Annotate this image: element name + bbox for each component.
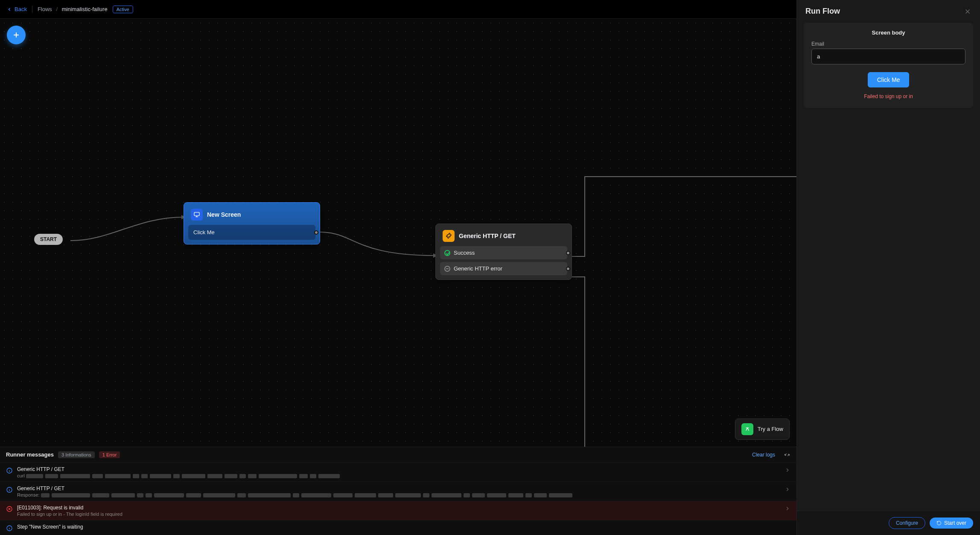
panel-title: Run Flow: [805, 7, 840, 16]
screen-icon: [191, 209, 203, 221]
logs-header: Runner messages 3 Informations 1 Error C…: [0, 447, 796, 462]
minus-circle-icon: [444, 266, 450, 272]
email-field[interactable]: [811, 49, 965, 64]
chevron-right-icon[interactable]: [785, 467, 790, 473]
node-action-click-me[interactable]: Click Me: [188, 225, 315, 240]
collapse-icon[interactable]: [784, 451, 790, 458]
output-port[interactable]: [314, 230, 318, 235]
log-title: [E011003]: Request is invalid: [17, 505, 780, 511]
chevron-right-icon[interactable]: [785, 486, 790, 492]
add-node-button[interactable]: [7, 26, 26, 44]
output-port[interactable]: [566, 267, 570, 271]
checkmark-icon: [444, 250, 450, 256]
breadcrumb: Flows / minimalistic-failure: [38, 6, 108, 12]
start-over-button[interactable]: Start over: [930, 518, 973, 529]
log-row[interactable]: Generic HTTP / GET curl: [0, 462, 796, 482]
plus-icon: [12, 31, 20, 39]
crumb-current: minimalistic-failure: [62, 6, 108, 12]
node-action-label: Click Me: [193, 229, 215, 236]
divider: [32, 6, 32, 13]
failure-message: Failed to sign up or in: [811, 93, 965, 99]
node-title: Generic HTTP / GET: [459, 233, 516, 239]
clear-logs-button[interactable]: Clear logs: [752, 452, 775, 458]
status-badge: Active: [113, 6, 133, 13]
node-title: New Screen: [207, 211, 241, 218]
crumb-root[interactable]: Flows: [38, 6, 52, 12]
arrow-left-icon: [7, 7, 12, 12]
output-port[interactable]: [566, 251, 570, 255]
panel-footer: Configure Start over: [797, 511, 980, 535]
screen-body-title: Screen body: [811, 29, 965, 36]
logs-title: Runner messages: [6, 451, 54, 458]
configure-button[interactable]: Configure: [889, 517, 925, 529]
node-header: Generic HTTP / GET: [440, 228, 567, 246]
log-row[interactable]: Step "New Screen" is waiting: [0, 520, 796, 535]
start-over-label: Start over: [944, 520, 966, 526]
log-detail: curl: [17, 473, 780, 478]
try-flow-label: Try a Flow: [758, 426, 783, 432]
crumb-separator: /: [56, 6, 58, 12]
flow-icon: [741, 423, 753, 435]
topbar: Back Flows / minimalistic-failure Active: [0, 0, 796, 19]
info-count-badge: 3 Informations: [58, 451, 95, 458]
back-button[interactable]: Back: [7, 6, 27, 12]
runner-messages-panel: Runner messages 3 Informations 1 Error C…: [0, 447, 796, 535]
branch-label: Generic HTTP error: [454, 265, 502, 272]
node-new-screen[interactable]: New Screen Click Me: [184, 202, 320, 244]
flow-canvas[interactable]: START New Screen Click Me: [0, 19, 796, 447]
log-title: Generic HTTP / GET: [17, 486, 780, 491]
branch-label: Success: [454, 250, 475, 256]
node-header: New Screen: [188, 207, 315, 225]
panel-body: Screen body Email Click Me Failed to sig…: [797, 23, 980, 511]
error-icon: [6, 506, 13, 512]
log-row-error[interactable]: [E011003]: Request is invalid Failed to …: [0, 501, 796, 520]
log-title: Step "New Screen" is waiting: [17, 524, 790, 530]
node-branch-error[interactable]: Generic HTTP error: [440, 262, 567, 275]
log-title: Generic HTTP / GET: [17, 466, 780, 472]
screen-preview-card: Screen body Email Click Me Failed to sig…: [804, 23, 973, 108]
info-icon: [6, 467, 13, 474]
log-detail: Response:: [17, 492, 780, 497]
try-flow-button[interactable]: Try a Flow: [735, 419, 790, 440]
back-label: Back: [15, 6, 27, 12]
run-flow-panel: Run Flow Screen body Email Click Me Fail…: [796, 0, 980, 535]
error-count-badge: 1 Error: [99, 451, 120, 458]
close-icon[interactable]: [964, 8, 971, 15]
extension-icon: [443, 230, 455, 242]
panel-header: Run Flow: [797, 0, 980, 23]
info-icon: [6, 486, 13, 493]
chevron-right-icon[interactable]: [785, 506, 790, 512]
info-icon: [6, 525, 13, 532]
email-label: Email: [811, 41, 965, 47]
click-me-button[interactable]: Click Me: [868, 72, 910, 87]
connection-wires: [0, 19, 796, 447]
node-branch-success[interactable]: Success: [440, 246, 567, 259]
restart-icon: [936, 520, 942, 526]
node-generic-http[interactable]: Generic HTTP / GET Success Generic HTTP …: [435, 224, 572, 280]
start-node[interactable]: START: [34, 234, 63, 245]
log-detail: Failed to sign up or in - The loginId fi…: [17, 512, 780, 517]
svg-rect-2: [194, 212, 199, 216]
log-row[interactable]: Generic HTTP / GET Response:: [0, 482, 796, 501]
